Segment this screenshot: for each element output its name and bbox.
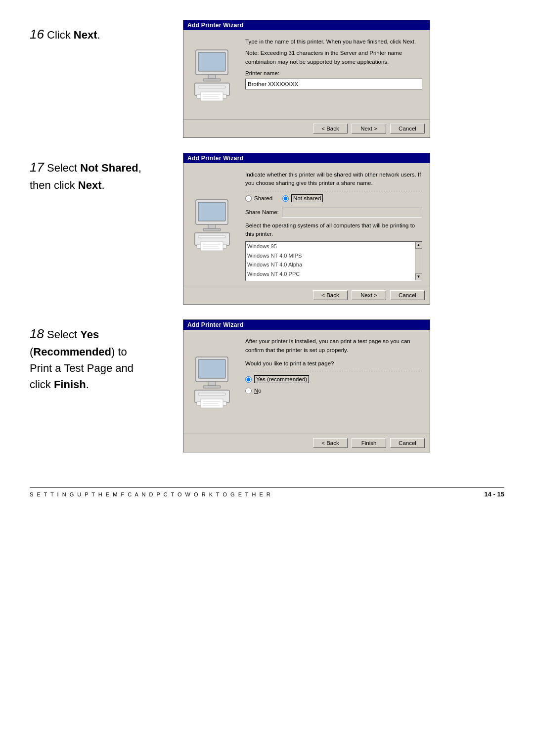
step-17-title: Add Printer Wizard <box>187 155 243 162</box>
svg-rect-1 <box>198 52 225 71</box>
printer-name-input[interactable] <box>245 79 422 89</box>
step-16-back-button[interactable]: < Back <box>313 124 348 133</box>
step-17-content: Indicate whether this printer will be sh… <box>243 168 425 281</box>
step-18-bold1: Yes <box>80 328 99 341</box>
step-17-divider <box>245 191 422 191</box>
step-18-row: 18 Select Yes (Recommended) to Print a T… <box>30 319 504 452</box>
svg-rect-23 <box>198 359 225 378</box>
svg-rect-27 <box>198 393 225 395</box>
step-18-text1: After your printer is installed, you can… <box>245 337 422 355</box>
step-18-footer: < Back Finish Cancel <box>183 434 430 452</box>
os-scrollbar[interactable]: ▲ ▼ <box>415 242 422 280</box>
svg-rect-3 <box>203 79 221 81</box>
svg-rect-25 <box>203 386 221 388</box>
svg-rect-13 <box>208 224 216 228</box>
svg-rect-5 <box>198 86 225 88</box>
os-item-2[interactable]: Windows NT 4.0 Alpha <box>246 260 422 269</box>
step-18-finish-button[interactable]: Finish <box>352 438 386 448</box>
step-16-label: 16 Click Next. <box>30 20 168 44</box>
step-18-icon-area <box>188 335 238 429</box>
step-16-cancel-button[interactable]: Cancel <box>390 124 425 133</box>
step-18-label: 18 Select Yes (Recommended) to Print a T… <box>30 319 168 393</box>
page-content: 16 Click Next. Add Printer Wizard <box>30 20 504 498</box>
printer-icon-2 <box>191 197 235 252</box>
step-17-row: 17 Select Not Shared,then click Next. Ad… <box>30 153 504 305</box>
no-radio-row: No <box>245 387 422 395</box>
step-18-cancel-button[interactable]: Cancel <box>390 438 425 448</box>
step-16-row: 16 Click Next. Add Printer Wizard <box>30 20 504 138</box>
printer-icon <box>191 47 235 102</box>
share-name-label: Share Name: <box>245 208 279 217</box>
os-item-4[interactable]: Windows NT 3.5 or 3.51 x86 <box>246 278 422 280</box>
footer-left-text: S E T T I N G U P T H E M F C A N D P C … <box>30 491 271 497</box>
step-16-icon-area <box>188 35 238 114</box>
step-17-label: 17 Select Not Shared,then click Next. <box>30 153 168 193</box>
not-shared-radio-row: Not shared <box>282 194 323 203</box>
shared-radio-row: Shared <box>245 194 272 203</box>
no-label: No <box>254 387 262 395</box>
yes-radio[interactable] <box>245 376 252 383</box>
step-17-next-button[interactable]: Next > <box>352 290 386 300</box>
step-17-os-label: Select the operating systems of all comp… <box>245 222 422 239</box>
svg-rect-14 <box>203 228 221 231</box>
not-shared-radio[interactable] <box>282 195 289 202</box>
step-16-bold: Next <box>74 29 97 41</box>
scrollbar-up-arrow[interactable]: ▲ <box>415 242 422 249</box>
not-shared-label: Not shared <box>291 194 323 203</box>
step-18-body: After your printer is installed, you can… <box>183 330 430 434</box>
step-16-dialog: Add Printer Wizard <box>183 20 430 138</box>
step-17-text1: Indicate whether this printer will be sh… <box>245 171 422 188</box>
step-16-next-button[interactable]: Next > <box>352 124 386 133</box>
step-16-text2: Note: Exceeding 31 characters in the Ser… <box>245 49 422 66</box>
not-shared-box: Not shared <box>291 194 323 202</box>
step-17-footer: < Back Next > Cancel <box>183 286 430 304</box>
step-16-footer: < Back Next > Cancel <box>183 119 430 137</box>
step-16-text1: Type in the name of this printer. When y… <box>245 38 422 46</box>
step-17-number: 17 <box>30 160 44 175</box>
shared-radio[interactable] <box>245 195 252 202</box>
os-item-3[interactable]: Windows NT 4.0 PPC <box>246 269 422 279</box>
os-item-0[interactable]: Windows 95 <box>246 242 422 251</box>
share-name-input[interactable] <box>282 208 422 218</box>
step-16-titlebar: Add Printer Wizard <box>183 20 430 30</box>
step-17-body: Indicate whether this printer will be sh… <box>183 163 430 286</box>
svg-rect-24 <box>208 382 216 386</box>
step-16-field-label: Printer name: <box>245 69 422 78</box>
step-16-number: 16 <box>30 27 44 42</box>
step-17-cancel-button[interactable]: Cancel <box>390 290 425 300</box>
os-item-1[interactable]: Windows NT 4.0 MIPS <box>246 251 422 261</box>
footer-right-text: 14 - 15 <box>485 490 504 498</box>
step-18-bold2: Recommended <box>33 346 111 358</box>
step-16-title: Add Printer Wizard <box>187 22 243 29</box>
printer-icon-3 <box>191 355 235 409</box>
sharing-radio-group: Shared Not shared <box>245 194 422 205</box>
step-17-bold2: Next <box>78 179 102 191</box>
step-18-title: Add Printer Wizard <box>187 321 243 328</box>
step-17-dialog: Add Printer Wizard <box>183 153 430 305</box>
step-16-content: Type in the name of this printer. When y… <box>243 35 425 114</box>
page-footer: S E T T I N G U P T H E M F C A N D P C … <box>30 487 504 498</box>
share-name-row: Share Name: <box>245 208 422 218</box>
shared-label: Shared <box>254 194 272 203</box>
step-17-titlebar: Add Printer Wizard <box>183 153 430 163</box>
yes-radio-row: Yes (recommended) <box>245 375 422 384</box>
step-17-icon-area <box>188 168 238 281</box>
no-radio[interactable] <box>245 388 252 394</box>
step-18-divider <box>245 371 422 371</box>
step-17-back-button[interactable]: < Back <box>313 290 348 300</box>
step-18-text2: Would you like to print a test page? <box>245 359 422 368</box>
step-18-back-button[interactable]: < Back <box>313 438 348 448</box>
step-16-body: Type in the name of this printer. When y… <box>183 30 430 119</box>
svg-rect-2 <box>208 75 216 79</box>
svg-rect-12 <box>198 202 225 221</box>
step-17-bold1: Not Shared <box>80 162 138 174</box>
step-18-dialog: Add Printer Wizard <box>183 319 430 452</box>
step-18-content: After your printer is installed, you can… <box>243 335 425 429</box>
step-18-number: 18 <box>30 326 44 341</box>
svg-rect-16 <box>198 236 225 238</box>
os-listbox[interactable]: Windows 95 Windows NT 4.0 MIPS Windows N… <box>245 241 422 281</box>
yes-label: Yes (recommended) <box>254 375 309 384</box>
os-listbox-inner: Windows 95 Windows NT 4.0 MIPS Windows N… <box>246 242 422 280</box>
scrollbar-down-arrow[interactable]: ▼ <box>415 273 422 280</box>
yes-recommended-box: Yes (recommended) <box>254 375 309 383</box>
